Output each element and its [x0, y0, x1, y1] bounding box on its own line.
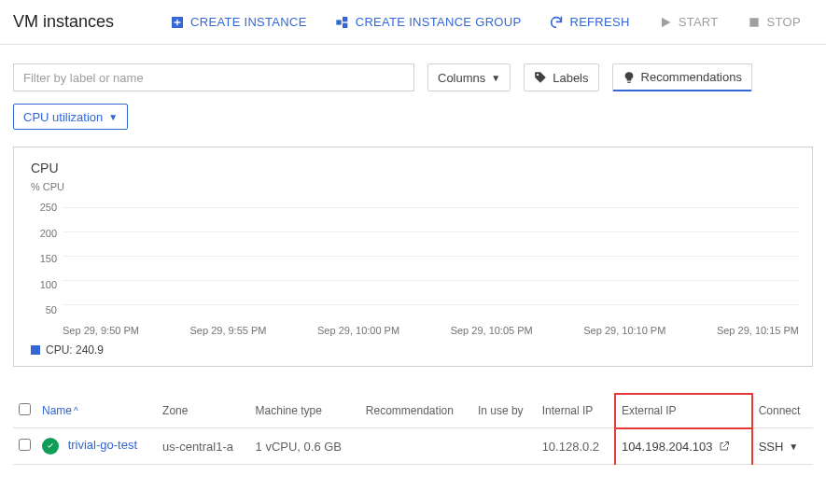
- chart-legend: CPU: 240.9: [31, 343, 799, 357]
- x-axis: Sep 29, 9:50 PM Sep 29, 9:55 PM Sep 29, …: [63, 325, 799, 336]
- chart-grid: [63, 198, 799, 319]
- internal-ip-cell: 10.128.0.2: [537, 428, 615, 465]
- page-header: VM instances CREATE INSTANCE CREATE INST…: [0, 0, 826, 45]
- refresh-icon: [549, 15, 564, 30]
- chevron-down-icon: ▼: [108, 112, 118, 122]
- labels-button[interactable]: Labels: [524, 63, 598, 91]
- legend-text: CPU: 240.9: [46, 343, 104, 357]
- external-ip-header[interactable]: External IP: [615, 394, 752, 428]
- machine-type-cell: 1 vCPU, 0.6 GB: [250, 428, 360, 465]
- columns-button[interactable]: Columns ▼: [427, 63, 511, 91]
- chart-plot: [63, 198, 799, 319]
- create-instance-group-button[interactable]: CREATE INSTANCE GROUP: [335, 15, 522, 30]
- table-row: trivial-go-test us-central1-a 1 vCPU, 0.…: [13, 428, 813, 465]
- group-icon: [335, 15, 350, 30]
- name-header[interactable]: Name^: [36, 394, 157, 428]
- plus-box-icon: [170, 15, 185, 30]
- start-button: START: [658, 15, 719, 30]
- svg-rect-2: [343, 22, 347, 27]
- stop-button: STOP: [747, 15, 801, 30]
- recommendation-header[interactable]: Recommendation: [360, 394, 472, 428]
- legend-color-swatch: [31, 345, 40, 355]
- select-all-checkbox[interactable]: [19, 403, 31, 415]
- connect-header: Connect: [752, 394, 813, 428]
- toolbar: Columns ▼ Labels Recommendations: [0, 45, 826, 104]
- chevron-down-icon: ▼: [789, 441, 798, 452]
- chart-title: CPU: [31, 161, 799, 175]
- chevron-down-icon: ▼: [491, 73, 500, 83]
- sort-asc-icon: ^: [74, 406, 78, 416]
- svg-rect-5: [627, 81, 631, 82]
- lightbulb-icon: [623, 71, 636, 84]
- svg-point-4: [537, 74, 539, 76]
- svg-rect-3: [749, 18, 758, 26]
- zone-header[interactable]: Zone: [157, 394, 249, 428]
- recommendation-cell: [360, 428, 472, 465]
- metric-selector-row: CPU utilization ▼: [0, 104, 826, 147]
- play-icon: [658, 15, 673, 30]
- row-checkbox[interactable]: [19, 439, 31, 451]
- filter-input[interactable]: [13, 63, 414, 91]
- machine-type-header[interactable]: Machine type: [250, 394, 360, 428]
- zone-cell: us-central1-a: [157, 428, 249, 465]
- in-use-by-cell: [472, 428, 537, 465]
- y-axis: 250 200 150 100 50: [31, 198, 63, 319]
- in-use-by-header[interactable]: In use by: [472, 394, 537, 428]
- table-header-row: Name^ Zone Machine type Recommendation I…: [13, 394, 813, 428]
- instance-name-link[interactable]: trivial-go-test: [68, 438, 137, 452]
- recommendations-button[interactable]: Recommendations: [612, 63, 752, 91]
- external-ip-cell: 104.198.204.103: [615, 428, 752, 465]
- chart-ylabel: % CPU: [31, 181, 799, 192]
- cpu-chart-panel: CPU % CPU 250 200 150 100 50 Sep 29, 9:5…: [13, 147, 813, 367]
- status-running-icon: [42, 438, 59, 455]
- stop-icon: [747, 15, 762, 30]
- internal-ip-header[interactable]: Internal IP: [537, 394, 615, 428]
- svg-rect-0: [336, 20, 341, 24]
- page-title: VM instances: [13, 12, 114, 32]
- instances-table: Name^ Zone Machine type Recommendation I…: [13, 393, 813, 465]
- svg-rect-1: [343, 17, 347, 21]
- metric-dropdown[interactable]: CPU utilization ▼: [13, 104, 128, 130]
- open-external-icon[interactable]: [719, 441, 730, 452]
- chart-area: 250 200 150 100 50: [31, 198, 799, 319]
- create-instance-button[interactable]: CREATE INSTANCE: [170, 15, 307, 30]
- tag-icon: [534, 71, 547, 84]
- ssh-dropdown[interactable]: SSH ▼: [759, 440, 807, 454]
- refresh-button[interactable]: REFRESH: [549, 15, 629, 30]
